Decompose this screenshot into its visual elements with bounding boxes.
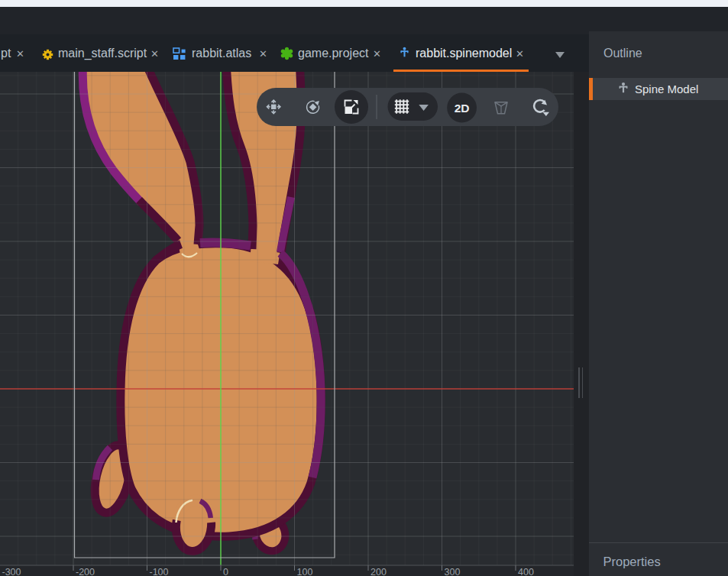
- svg-text:200: 200: [370, 567, 387, 576]
- svg-text:-300: -300: [2, 567, 21, 576]
- svg-text:2D: 2D: [455, 102, 470, 115]
- svg-text:100: 100: [297, 567, 313, 576]
- svg-text:-200: -200: [76, 567, 95, 576]
- svg-text:300: 300: [445, 567, 461, 576]
- svg-text:400: 400: [518, 567, 534, 576]
- svg-text:-100: -100: [150, 567, 169, 576]
- svg-text:0: 0: [223, 567, 228, 576]
